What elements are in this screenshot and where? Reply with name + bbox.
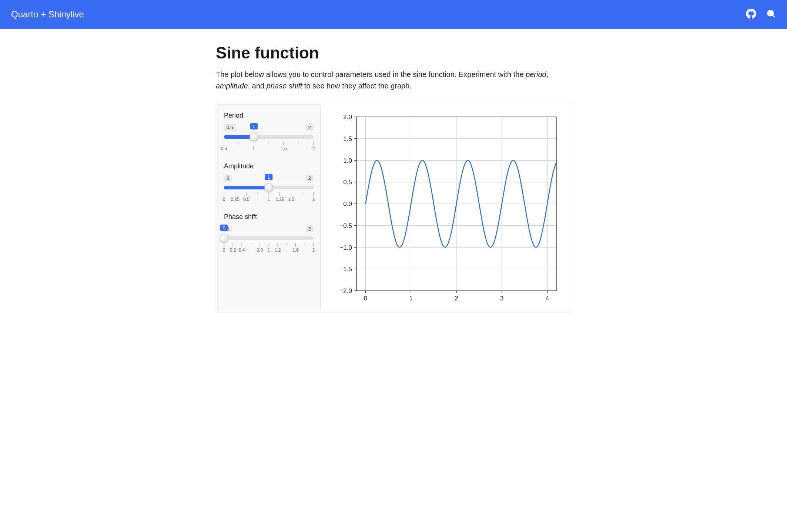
period-track[interactable]: [224, 133, 314, 141]
amplitude-slider: Amplitude 0 1 2 00.250.511.251.52: [224, 162, 314, 203]
svg-text:1.0: 1.0: [343, 157, 352, 164]
slider-tick: [298, 142, 299, 144]
slider-tick: [239, 142, 239, 144]
period-value: 1: [250, 123, 258, 129]
svg-text:−2.0: −2.0: [339, 287, 352, 294]
amplitude-limits: 0 1 2: [224, 174, 314, 182]
phase-label: Phase shift: [224, 213, 314, 221]
svg-text:2.0: 2.0: [343, 114, 352, 121]
svg-point-0: [768, 10, 773, 16]
svg-text:1: 1: [409, 295, 413, 302]
chart-panel: 01234−2.0−1.5−1.0−0.50.00.51.01.52.0: [321, 104, 570, 311]
slider-tick: 1: [268, 243, 270, 253]
slider-tick: 0.5: [221, 142, 227, 151]
amplitude-max: 2: [306, 175, 314, 181]
svg-text:4: 4: [546, 295, 549, 302]
svg-text:−0.5: −0.5: [339, 222, 352, 229]
period-label: Period: [224, 112, 314, 119]
slider-tick: 1.6: [292, 243, 299, 253]
amplitude-min: 0: [224, 175, 232, 181]
phase-slider: Phase shift 0 0 2 00.20.40.811.21.62: [224, 213, 314, 254]
app-card: Period 0.5 1 2 0.511.52 Amplitude 0 1 2 …: [216, 103, 571, 312]
page-title: Sine function: [216, 44, 571, 62]
intro-text: The plot below allows you to control par…: [216, 69, 571, 92]
slider-tick: 0.4: [239, 243, 245, 253]
phase-limits: 0 0 2: [224, 225, 314, 233]
amplitude-value: 1: [265, 174, 272, 180]
slider-tick: [287, 243, 287, 245]
slider-tick: 0.2: [230, 243, 236, 253]
slider-tick: [251, 243, 251, 245]
slider-tick: 1.2: [275, 243, 281, 253]
svg-text:−1.5: −1.5: [339, 266, 352, 273]
slider-tick: 2: [312, 142, 315, 151]
phase-thumb[interactable]: [220, 234, 228, 243]
github-icon[interactable]: [746, 9, 756, 20]
slider-tick: 2: [312, 192, 315, 202]
svg-line-1: [773, 15, 775, 17]
sidebar: Period 0.5 1 2 0.511.52 Amplitude 0 1 2 …: [217, 104, 321, 311]
period-min: 0.5: [224, 124, 236, 131]
phase-track[interactable]: [224, 234, 314, 242]
svg-text:0.0: 0.0: [343, 201, 352, 208]
svg-text:0: 0: [364, 295, 367, 302]
svg-text:3: 3: [500, 295, 503, 302]
period-max: 2: [306, 124, 314, 131]
svg-text:1.5: 1.5: [343, 135, 352, 142]
slider-tick: 1.5: [288, 192, 294, 202]
slider-tick: [269, 142, 269, 144]
phase-value: 0: [220, 225, 228, 231]
slider-tick: 1.25: [276, 192, 284, 202]
slider-tick: 0.25: [231, 192, 240, 202]
header-icons: [746, 9, 776, 20]
phase-max: 2: [306, 226, 314, 232]
site-title[interactable]: Quarto + Shinylive: [11, 9, 84, 20]
header: Quarto + Shinylive: [0, 0, 787, 29]
slider-tick: 0.8: [257, 243, 263, 253]
main-content: Sine function The plot below allows you …: [208, 29, 579, 334]
period-limits: 0.5 1 2: [224, 123, 314, 131]
period-ticks: 0.511.52: [224, 142, 314, 153]
slider-tick: 1.5: [281, 142, 287, 151]
slider-tick: 0: [223, 243, 225, 253]
svg-text:−1.0: −1.0: [339, 244, 352, 251]
period-thumb[interactable]: [250, 132, 258, 141]
phase-ticks: 00.20.40.811.21.62: [224, 243, 314, 254]
slider-tick: 1: [268, 192, 270, 202]
slider-tick: [302, 192, 302, 195]
slider-tick: [257, 192, 258, 195]
svg-text:2: 2: [455, 295, 458, 302]
search-icon[interactable]: [766, 9, 776, 20]
amplitude-thumb[interactable]: [264, 183, 273, 192]
period-slider: Period 0.5 1 2 0.511.52: [224, 112, 314, 153]
slider-tick: 2: [312, 243, 315, 253]
amplitude-track[interactable]: [224, 183, 314, 192]
sine-chart: 01234−2.0−1.5−1.0−0.50.00.51.01.52.0: [327, 111, 564, 307]
amplitude-label: Amplitude: [224, 162, 314, 170]
slider-tick: 1: [252, 142, 255, 151]
svg-text:0.5: 0.5: [343, 179, 352, 186]
amplitude-ticks: 00.250.511.251.52: [224, 192, 314, 203]
slider-tick: 0.5: [243, 192, 250, 202]
slider-tick: 0: [223, 192, 225, 202]
slider-tick: [304, 243, 305, 245]
